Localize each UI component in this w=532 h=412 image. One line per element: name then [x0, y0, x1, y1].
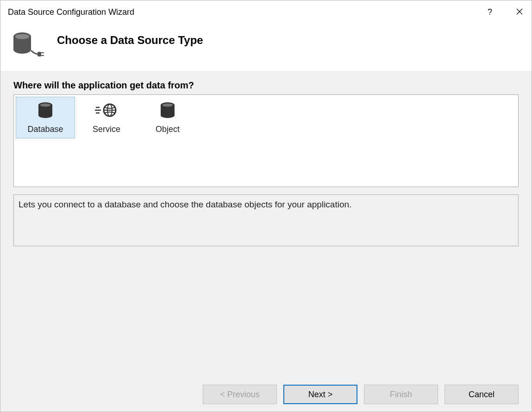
help-icon: ?	[488, 7, 492, 17]
window-controls: ?	[485, 3, 524, 21]
wizard-header-icon	[12, 30, 45, 60]
wizard-content-area: Where will the application get data from…	[0, 71, 532, 412]
svg-point-22	[163, 103, 173, 106]
object-icon	[160, 101, 175, 119]
database-icon	[38, 101, 53, 119]
description-text: Lets you connect to a database and choos…	[19, 200, 351, 209]
svg-point-12	[40, 103, 51, 106]
wizard-button-row: < Previous Next > Finish Cancel	[13, 380, 519, 404]
option-database[interactable]: Database	[16, 97, 75, 138]
option-label: Database	[27, 125, 63, 134]
help-button[interactable]: ?	[485, 3, 494, 21]
window-title: Data Source Configuration Wizard	[8, 7, 134, 17]
titlebar: Data Source Configuration Wizard ?	[0, 0, 532, 24]
svg-rect-6	[38, 52, 41, 56]
svg-point-21	[161, 112, 175, 118]
option-label: Service	[93, 125, 120, 134]
close-button[interactable]	[515, 3, 524, 21]
close-icon	[516, 7, 523, 17]
wizard-page-title: Choose a Data Source Type	[57, 34, 203, 47]
next-button[interactable]: Next >	[283, 385, 357, 404]
svg-point-5	[15, 34, 29, 39]
cancel-button[interactable]: Cancel	[444, 385, 519, 404]
wizard-header: Choose a Data Source Type	[0, 24, 532, 71]
option-service[interactable]: Service	[77, 97, 136, 138]
previous-button[interactable]: < Previous	[203, 385, 277, 404]
question-label: Where will the application get data from…	[13, 80, 519, 91]
description-box: Lets you connect to a database and choos…	[13, 194, 519, 246]
finish-button[interactable]: Finish	[364, 385, 438, 404]
option-object[interactable]: Object	[138, 97, 197, 138]
option-label: Object	[156, 125, 180, 134]
data-source-type-list: Database Service	[13, 94, 519, 187]
service-icon	[95, 101, 118, 119]
content-spacer	[13, 246, 519, 380]
svg-point-11	[38, 112, 52, 118]
database-plug-icon	[12, 30, 45, 60]
svg-point-4	[13, 45, 31, 54]
